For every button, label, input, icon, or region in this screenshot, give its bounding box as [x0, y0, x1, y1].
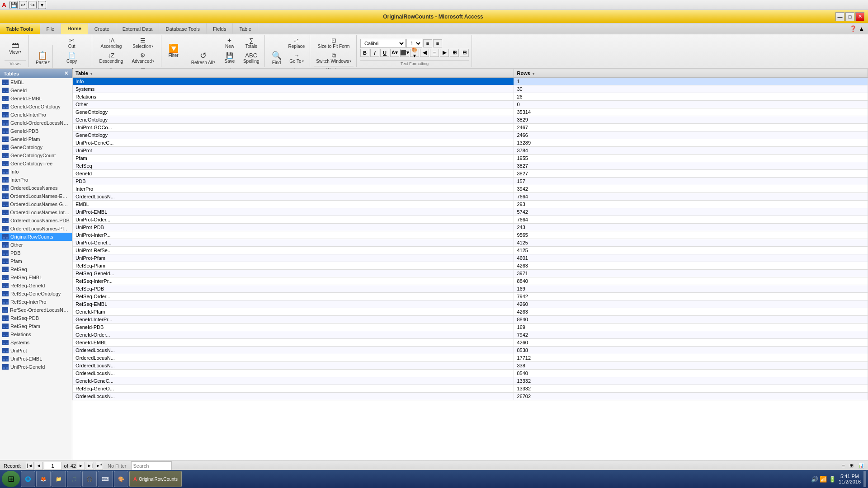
copy-button[interactable]: 📄 Copy	[55, 51, 89, 65]
find-button[interactable]: 🔍 Find	[269, 46, 285, 70]
table-row[interactable]: RefSeq-GeneO...13332	[73, 385, 868, 393]
table-row[interactable]: EMBL293	[73, 201, 868, 208]
col-header-table[interactable]: Table ▾	[73, 69, 514, 78]
nav-item-geneontologycount[interactable]: GeneOntologyCount	[0, 151, 72, 160]
save-record-button[interactable]: 💾 Save	[220, 51, 240, 65]
nav-item-systems[interactable]: Systems	[0, 338, 72, 347]
new-record-button[interactable]: ✦ New	[220, 36, 240, 50]
tab-home[interactable]: Home	[61, 23, 88, 34]
save-quick-btn[interactable]: 💾	[9, 1, 18, 9]
tab-file[interactable]: File	[40, 23, 61, 34]
alternate-row-btn[interactable]: ⊟	[460, 49, 469, 57]
spelling-button[interactable]: ABC Spelling	[241, 51, 262, 65]
align-right-btn[interactable]: ▶	[440, 49, 449, 57]
italic-button[interactable]: I	[370, 49, 379, 57]
current-record-input[interactable]	[44, 462, 62, 470]
table-row[interactable]: UniProt-RefSe...4125	[73, 247, 868, 254]
taskbar-terminal[interactable]: ⌨	[98, 471, 113, 487]
table-row[interactable]: PDB157	[73, 178, 868, 185]
last-record-btn[interactable]: ►|	[86, 462, 94, 470]
taskbar-audio[interactable]: 🎧	[82, 471, 97, 487]
prev-record-btn[interactable]: ◄	[35, 462, 43, 470]
table-row[interactable]: RefSeq-EMBL4260	[73, 300, 868, 308]
nav-item-orderedlocusnames-inter---[interactable]: OrderedLocusNames-Inter...	[0, 208, 72, 216]
taskbar-chrome[interactable]: 🌐	[21, 471, 35, 487]
nav-item-geneid-embl[interactable]: GeneId-EMBL	[0, 94, 72, 103]
nav-item-orderedlocusnames[interactable]: OrderedLocusNames	[0, 184, 72, 192]
size-to-fit-button[interactable]: ⊡ Size to Fit Form	[316, 36, 352, 50]
nav-item-geneid-geneontology[interactable]: GeneId-GeneOntology	[0, 103, 72, 111]
table-row[interactable]: UniProt-Pfam4601	[73, 254, 868, 262]
nav-item-refseq[interactable]: RefSeq	[0, 265, 72, 273]
nav-item-refseq-geneid[interactable]: RefSeq-GeneId	[0, 282, 72, 290]
nav-item-orderedlocusnames-pfam[interactable]: OrderedLocusNames-Pfam	[0, 225, 72, 233]
switch-windows-button[interactable]: ⧉ Switch Windows ▾	[314, 51, 354, 65]
nav-item-refseq-orderedlocusnam---[interactable]: RefSeq-OrderedLocusNam...	[0, 306, 72, 314]
highlight-color-button[interactable]: ⬛▾	[400, 49, 409, 57]
next-record-btn[interactable]: ►	[77, 462, 85, 470]
align-center-btn[interactable]: ≡	[430, 49, 439, 57]
table-row[interactable]: OrderedLocusN...17712	[73, 354, 868, 362]
nav-item-refseq-pfam[interactable]: RefSeq-Pfam	[0, 322, 72, 330]
replace-button[interactable]: ⇌ Replace	[286, 36, 307, 50]
gridlines-btn[interactable]: ⊞	[450, 49, 459, 57]
table-row[interactable]: OrderedLocusN...7664	[73, 193, 868, 201]
taskbar-media[interactable]: 🎵	[67, 471, 81, 487]
view-mode-pivotchart[interactable]: 📊	[858, 463, 864, 469]
table-row[interactable]: RefSeq-InterPr...8840	[73, 277, 868, 285]
table-row[interactable]: RefSeq-Order...7942	[73, 293, 868, 300]
view-button[interactable]: 🗃 View ▾	[6, 39, 24, 57]
selection-button[interactable]: ☰ Selection ▾	[127, 36, 158, 50]
nav-pane-close-icon[interactable]: ✕	[64, 70, 68, 76]
ascending-button[interactable]: ↑A Ascending	[96, 36, 127, 50]
quick-access-dropdown[interactable]: ▾	[38, 1, 46, 9]
table-row[interactable]: InterPro3942	[73, 185, 868, 193]
table-row[interactable]: Pfam1955	[73, 155, 868, 162]
nav-item-refseq-interpro[interactable]: RefSeq-InterPro	[0, 298, 72, 306]
minimize-btn[interactable]: —	[835, 12, 844, 21]
cut-button[interactable]: ✂ Cut	[55, 36, 89, 50]
nav-item-refseq-pdb[interactable]: RefSeq-PDB	[0, 314, 72, 322]
nav-item-geneid-pfam[interactable]: GeneId-Pfam	[0, 135, 72, 143]
help-icon[interactable]: ❓	[849, 25, 857, 32]
tab-external-data[interactable]: External Data	[116, 23, 160, 34]
table-row[interactable]: GeneOntology3829	[73, 116, 868, 124]
table-row[interactable]: UniProt-GOCo...2467	[73, 124, 868, 131]
table-row[interactable]: OrderedLocusN...8540	[73, 370, 868, 377]
tab-table-tools[interactable]: Table Tools	[0, 23, 40, 34]
table-row[interactable]: GeneOntology2466	[73, 131, 868, 139]
maximize-btn[interactable]: □	[845, 12, 854, 21]
undo-quick-btn[interactable]: ↩	[19, 1, 27, 9]
taskbar-firefox[interactable]: 🦊	[36, 471, 51, 487]
table-row[interactable]: OrderedLocusN...8538	[73, 347, 868, 354]
first-record-btn[interactable]: |◄	[26, 462, 34, 470]
table-row[interactable]: UniProt-InterP...9565	[73, 231, 868, 239]
taskbar-access[interactable]: A OriginalRowCounts	[129, 471, 182, 487]
table-row[interactable]: UniProt-GeneI...4125	[73, 239, 868, 247]
new-record-nav-btn[interactable]: ►*	[95, 462, 103, 470]
nav-item-embl[interactable]: EMBL	[0, 78, 72, 86]
table-row[interactable]: RefSeq3827	[73, 162, 868, 170]
fill-color-button[interactable]: 🎨▾	[410, 49, 419, 57]
list-bullets-btn[interactable]: ≡	[423, 39, 432, 47]
nav-item-originalrowcounts[interactable]: OriginalRowCounts	[0, 233, 72, 241]
nav-item-geneontologytree[interactable]: GeneOntologyTree	[0, 160, 72, 168]
nav-item-pdb[interactable]: PDB	[0, 249, 72, 257]
nav-item-other[interactable]: Other	[0, 241, 72, 249]
font-color-button[interactable]: A▾	[390, 49, 399, 57]
table-row[interactable]: GeneId3827	[73, 170, 868, 178]
goto-button[interactable]: → Go To ▾	[286, 51, 307, 65]
col-header-rows[interactable]: Rows ▾	[514, 69, 868, 78]
nav-item-geneontology[interactable]: GeneOntology	[0, 143, 72, 151]
taskbar-art[interactable]: 🎨	[114, 471, 128, 487]
close-btn[interactable]: ✕	[855, 12, 864, 21]
paste-button[interactable]: 📋 Paste ▾	[33, 45, 53, 72]
tab-create[interactable]: Create	[88, 23, 116, 34]
table-row[interactable]: UniProt-EMBL5742	[73, 208, 868, 216]
list-numbers-btn[interactable]: ≡	[433, 39, 442, 47]
align-left-btn[interactable]: ◀	[420, 49, 429, 57]
table-row[interactable]: OrderedLocusN...26702	[73, 393, 868, 400]
nav-item-uniprot-embl[interactable]: UniProt-EMBL	[0, 355, 72, 363]
filter-button[interactable]: 🔽 Filter	[165, 39, 181, 64]
table-row[interactable]: GeneId-PDB169	[73, 324, 868, 331]
